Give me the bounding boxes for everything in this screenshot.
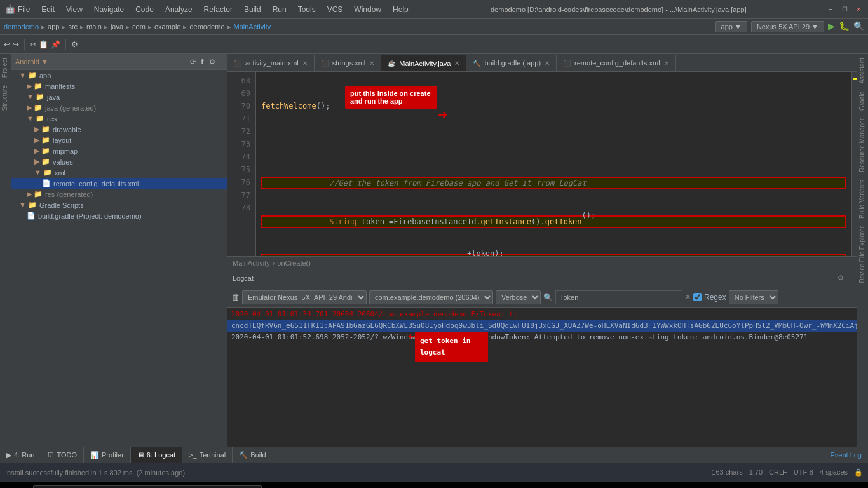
tab-close-activity-main[interactable]: ✕	[302, 60, 308, 67]
logcat-delete-icon[interactable]: 🗑	[231, 292, 240, 302]
start-button[interactable]	[3, 484, 31, 489]
menu-window[interactable]: Window	[351, 4, 384, 15]
undo-icon[interactable]: ↩	[4, 40, 10, 49]
logcat-level-select[interactable]: Verbose Debug Info Warn Error	[496, 290, 541, 304]
gradle-panel-label[interactable]: Gradle	[857, 88, 868, 114]
tree-item-app[interactable]: ▼ 📁 app	[11, 70, 227, 81]
logcat-settings-icon[interactable]: ⚙	[837, 274, 844, 282]
menu-view[interactable]: View	[64, 4, 85, 15]
tree-item-xml[interactable]: ▼ 📁 xml	[11, 167, 227, 178]
menu-help[interactable]: Help	[390, 4, 411, 15]
tree-item-res-generated[interactable]: ▶ 📁 res (generated)	[11, 189, 227, 200]
menu-vcs[interactable]: VCS	[325, 4, 346, 15]
tab-close-strings[interactable]: ✕	[369, 60, 374, 67]
tab-close-mainactivity[interactable]: ✕	[454, 60, 459, 67]
paste-icon[interactable]: 📌	[51, 40, 60, 49]
regex-checkbox[interactable]	[693, 293, 702, 301]
tree-item-gradle-scripts[interactable]: ▼ 📁 Gradle Scripts	[11, 200, 227, 210]
menu-code[interactable]: Code	[133, 4, 156, 15]
logcat-minimize-icon[interactable]: −	[848, 274, 851, 282]
breadcrumb-item-main[interactable]: main	[86, 23, 102, 30]
maximize-button[interactable]: ☐	[840, 5, 849, 14]
breadcrumb-item-demodemo2[interactable]: demodemo	[189, 23, 224, 30]
breadcrumb-item-app[interactable]: app	[48, 23, 59, 30]
tree-item-manifests[interactable]: ▶ 📁 manifests	[11, 81, 227, 92]
device-selector[interactable]: app ▼	[715, 21, 747, 32]
logcat-filter-input[interactable]	[555, 290, 682, 304]
tree-item-java[interactable]: ▼ 📁 java	[11, 92, 227, 102]
breadcrumb-item-com[interactable]: com	[132, 23, 146, 30]
menu-build[interactable]: Build	[241, 4, 264, 15]
tab-close-remote-config[interactable]: ✕	[664, 60, 669, 67]
tree-item-java-generated[interactable]: ▶ 📁 java (generated)	[11, 102, 227, 113]
event-log-label[interactable]: Event Log	[830, 451, 862, 459]
tab-build[interactable]: 🔨 Build	[233, 447, 273, 463]
breadcrumb-item-mainactivity[interactable]: MainActivity	[234, 23, 271, 30]
api-selector[interactable]: Nexus 5X API 29 ▼	[751, 21, 824, 32]
menu-refactor[interactable]: Refactor	[201, 4, 235, 15]
tab-todo[interactable]: ☑ TODO	[41, 447, 84, 463]
tree-item-layout[interactable]: ▶ 📁 layout	[11, 135, 227, 146]
minimize-button[interactable]: −	[826, 5, 835, 14]
taskview-button[interactable]	[269, 484, 292, 489]
menu-navigate[interactable]: Navigate	[92, 4, 126, 15]
tree-item-drawable[interactable]: ▶ 📁 drawable	[11, 124, 227, 135]
copy-icon[interactable]: 📋	[39, 40, 48, 49]
structure-panel-label[interactable]: Structure	[0, 81, 11, 115]
edge-browser-icon[interactable]: e	[295, 484, 318, 489]
tab-mainactivity-java[interactable]: ☕ MainActivity.java ✕	[381, 55, 466, 71]
store2-icon[interactable]: ▶	[447, 484, 470, 489]
close-button[interactable]: ✕	[854, 5, 863, 14]
menu-file[interactable]: File	[15, 4, 32, 15]
build-variants-label[interactable]: Build Variants	[857, 176, 868, 222]
tab-remote-config-xml[interactable]: ⬛ remote_config_defaults.xml ✕	[557, 55, 676, 71]
settings-icon[interactable]: ⚙	[71, 40, 78, 49]
menu-run[interactable]: Run	[270, 4, 289, 15]
sidebar-gear-icon[interactable]: ⚙	[209, 58, 215, 66]
logcat-clear-filter-icon[interactable]: ✕	[685, 293, 691, 301]
tab-logcat[interactable]: 🖥 6: Logcat	[131, 447, 182, 463]
explorer-icon[interactable]	[320, 484, 343, 489]
run-button[interactable]: ▶	[828, 21, 835, 32]
tab-profiler[interactable]: 📊 Profiler	[84, 447, 131, 463]
debug-button[interactable]: 🐛	[839, 21, 850, 32]
device-file-explorer-label[interactable]: Device File Explorer	[857, 222, 868, 287]
tree-item-values[interactable]: ▶ 📁 values	[11, 156, 227, 167]
menu-edit[interactable]: Edit	[39, 4, 57, 15]
chrome-icon[interactable]	[371, 484, 394, 489]
breadcrumb-item-src[interactable]: src	[68, 23, 78, 30]
assistant-panel-label[interactable]: Assistant	[857, 54, 868, 88]
tab-build-gradle[interactable]: 🔨 build.gradle (:app) ✕	[466, 55, 557, 71]
sidebar-sync-icon[interactable]: ⟳	[190, 58, 196, 66]
sidebar-collapse-icon[interactable]: ⬆	[200, 58, 205, 66]
log-line-1: 2020-04-01 01:01:34.701 20604-20604/com.…	[227, 309, 857, 320]
project-panel-label[interactable]: Project	[0, 54, 11, 81]
camera-icon[interactable]	[422, 484, 445, 489]
menu-tools[interactable]: Tools	[295, 4, 318, 15]
maps-icon[interactable]: 📍	[397, 484, 419, 489]
menu-analyze[interactable]: Analyze	[163, 4, 195, 15]
tree-item-build-gradle[interactable]: 📄 build.gradle (Project: demodemo)	[11, 210, 227, 221]
tree-item-remote-config[interactable]: 📄 remote_config_defaults.xml	[11, 178, 227, 189]
logcat-package-select[interactable]: com.example.demodemo (20604)	[369, 290, 493, 304]
taskbar-search-box[interactable]: 🔍	[33, 485, 262, 489]
sidebar-close-icon[interactable]: −	[219, 58, 223, 66]
breadcrumb-item-java[interactable]: java	[111, 23, 123, 30]
tab-run[interactable]: ▶ 4: Run	[0, 447, 41, 463]
resource-manager-label[interactable]: Resource Manager	[857, 114, 868, 176]
search-everywhere-icon[interactable]: 🔍	[853, 21, 864, 32]
cut-icon[interactable]: ✂	[30, 40, 36, 49]
logcat-device-select[interactable]: Emulator Nexus_5X_API_29 Andi	[242, 290, 367, 304]
breadcrumb-item-demodemo[interactable]: demodemo	[4, 23, 39, 30]
tab-activity-main-xml[interactable]: ⬛ activity_main.xml ✕	[227, 55, 315, 71]
tree-item-mipmap[interactable]: ▶ 📁 mipmap	[11, 146, 227, 156]
tab-close-build-gradle[interactable]: ✕	[545, 60, 550, 67]
log-line-2[interactable]: cncdTEQfRV6n_e6511FKI1:APA91bGazGL6QRCbX…	[227, 320, 857, 332]
store-icon[interactable]	[346, 484, 369, 489]
tab-terminal[interactable]: >_ Terminal	[182, 447, 233, 463]
breadcrumb-item-example[interactable]: example	[154, 23, 181, 30]
tab-strings-xml[interactable]: ⬛ strings.xml ✕	[315, 55, 382, 71]
logcat-saved-filters-select[interactable]: No Filters	[729, 290, 778, 304]
redo-icon[interactable]: ↪	[13, 40, 19, 49]
tree-item-res[interactable]: ▼ 📁 res	[11, 113, 227, 124]
